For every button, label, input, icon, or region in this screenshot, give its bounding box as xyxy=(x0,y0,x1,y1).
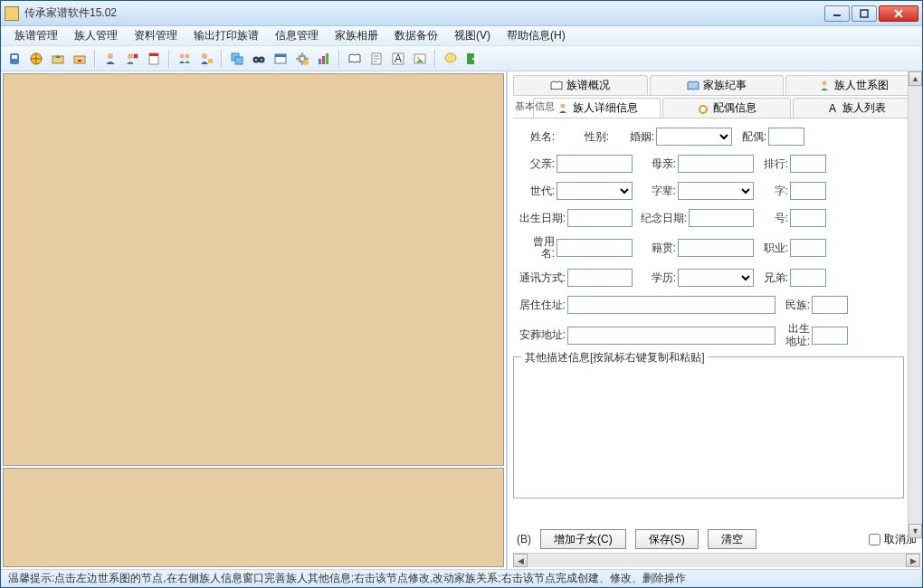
person-icon xyxy=(818,80,831,92)
tb-folder-down-icon[interactable] xyxy=(70,49,90,69)
menu-backup[interactable]: 数据备份 xyxy=(386,26,446,45)
close-button[interactable] xyxy=(879,5,918,22)
label-contact: 通讯方式: xyxy=(513,270,566,286)
input-contact[interactable] xyxy=(567,269,633,287)
input-sibling[interactable] xyxy=(790,269,826,287)
scroll-left-icon[interactable]: ◀ xyxy=(513,554,528,567)
tb-note-icon[interactable] xyxy=(144,49,164,69)
label-ethnic: 民族: xyxy=(777,298,810,313)
tab-chronicle[interactable]: 家族纪事 xyxy=(650,75,785,95)
scroll-track-h[interactable] xyxy=(528,554,906,567)
menu-help[interactable]: 帮助信息(H) xyxy=(499,26,574,45)
input-birthdate[interactable] xyxy=(567,209,633,227)
tb-group-icon[interactable] xyxy=(175,49,195,69)
svg-rect-1 xyxy=(861,10,868,17)
label-generation: 世代: xyxy=(513,184,555,199)
log-area[interactable] xyxy=(3,468,504,567)
input-burial[interactable] xyxy=(567,327,776,345)
tb-person-remove-icon[interactable] xyxy=(122,49,142,69)
label-education: 学历: xyxy=(634,270,676,286)
input-addr[interactable] xyxy=(567,296,776,314)
tb-copy-icon[interactable] xyxy=(227,49,247,69)
tb-doc-icon[interactable] xyxy=(366,49,386,69)
tab-label: 族人世系图 xyxy=(834,78,889,93)
svg-point-10 xyxy=(128,53,133,59)
label-birthplace: 出生地址: xyxy=(777,323,810,346)
label-native: 籍贯: xyxy=(634,241,676,256)
label-sibling: 兄弟: xyxy=(756,270,788,286)
tb-binoculars-icon[interactable] xyxy=(249,49,269,69)
label-addr: 居住住址: xyxy=(513,298,566,313)
input-memdate[interactable] xyxy=(689,209,754,227)
person-icon xyxy=(557,102,569,115)
lineage-tree-area[interactable] xyxy=(3,73,504,466)
menu-material-manage[interactable]: 资料管理 xyxy=(126,26,186,45)
menu-view[interactable]: 视图(V) xyxy=(446,26,499,45)
tb-window-icon[interactable] xyxy=(271,49,290,69)
svg-point-26 xyxy=(300,57,304,61)
label-hao: 号: xyxy=(756,211,788,226)
svg-point-15 xyxy=(202,53,207,59)
tab-label: 族谱概况 xyxy=(566,78,610,93)
tb-folder-up-icon[interactable] xyxy=(48,49,68,69)
save-button[interactable]: 保存(S) xyxy=(635,529,699,549)
input-native[interactable] xyxy=(678,239,754,257)
tab-lineage-chart[interactable]: 族人世系图 xyxy=(785,75,920,95)
input-mother[interactable] xyxy=(678,155,754,173)
tab-spouse-info[interactable]: 配偶信息 xyxy=(662,98,790,118)
clear-button[interactable]: 清空 xyxy=(708,529,756,549)
svg-rect-28 xyxy=(319,59,321,64)
label-marriage: 婚姻: xyxy=(611,129,654,145)
scroll-right-icon[interactable]: ▶ xyxy=(906,554,920,567)
vertical-scrollbar[interactable]: ▲ ▼ xyxy=(908,71,922,538)
tb-globe-icon[interactable] xyxy=(26,49,46,69)
tb-gear-icon[interactable] xyxy=(292,49,312,69)
tb-person-icon[interactable] xyxy=(100,49,120,69)
select-marriage[interactable] xyxy=(656,128,732,146)
input-ethnic[interactable] xyxy=(812,296,848,314)
tab-label: 家族纪事 xyxy=(703,78,747,93)
menu-print-export[interactable]: 输出打印族谱 xyxy=(186,26,267,45)
input-alias[interactable] xyxy=(557,239,633,257)
menu-info-manage[interactable]: 信息管理 xyxy=(267,26,327,45)
add-child-button[interactable]: 增加子女(C) xyxy=(540,529,626,549)
tb-book-icon[interactable] xyxy=(345,49,365,69)
svg-text:A: A xyxy=(829,102,836,115)
input-father[interactable] xyxy=(557,155,633,173)
horizontal-scrollbar[interactable]: ◀ ▶ xyxy=(513,553,920,567)
right-pane: 族谱概况 家族纪事 族人世系图 基本信息 族人详细信息 配偶信息 A族人列表 姓… xyxy=(506,71,922,569)
svg-point-27 xyxy=(303,60,309,65)
select-generation[interactable] xyxy=(557,182,633,200)
input-hao[interactable] xyxy=(790,209,826,227)
label-alias: 曾用名: xyxy=(513,236,555,260)
input-birthplace[interactable] xyxy=(812,327,848,345)
scroll-up-icon[interactable]: ▲ xyxy=(909,71,922,86)
input-rank[interactable] xyxy=(790,155,826,173)
tb-picture-icon[interactable] xyxy=(410,49,430,69)
select-education[interactable] xyxy=(678,269,754,287)
input-spouse[interactable] xyxy=(768,128,804,146)
scroll-down-icon[interactable]: ▼ xyxy=(909,524,922,538)
tb-font-icon[interactable]: A xyxy=(388,49,408,69)
tb-exit-icon[interactable] xyxy=(462,49,482,69)
maximize-button[interactable] xyxy=(852,5,877,22)
input-occupation[interactable] xyxy=(790,239,826,257)
svg-point-22 xyxy=(261,58,263,61)
notes-textarea[interactable] xyxy=(519,363,898,489)
tab-member-list[interactable]: A族人列表 xyxy=(793,98,920,118)
minimize-button[interactable] xyxy=(824,5,850,22)
tb-chart-icon[interactable] xyxy=(314,49,334,69)
tb-person-edit-icon[interactable] xyxy=(196,49,216,69)
menu-member-manage[interactable]: 族人管理 xyxy=(66,26,126,45)
tab-overview[interactable]: 族谱概况 xyxy=(513,75,648,95)
cancel-add-checkbox-input[interactable] xyxy=(869,534,880,545)
tb-shield-icon[interactable] xyxy=(5,49,24,69)
select-seniority[interactable] xyxy=(678,182,754,200)
button-row: (B) 增加子女(C) 保存(S) 清空 取消加 xyxy=(513,522,920,553)
svg-point-21 xyxy=(255,58,258,61)
scroll-track[interactable] xyxy=(909,86,922,524)
input-zi[interactable] xyxy=(790,182,826,200)
tb-chat-icon[interactable] xyxy=(441,49,461,69)
menu-genealogy-manage[interactable]: 族谱管理 xyxy=(6,26,66,45)
menu-family-album[interactable]: 家族相册 xyxy=(327,26,386,45)
